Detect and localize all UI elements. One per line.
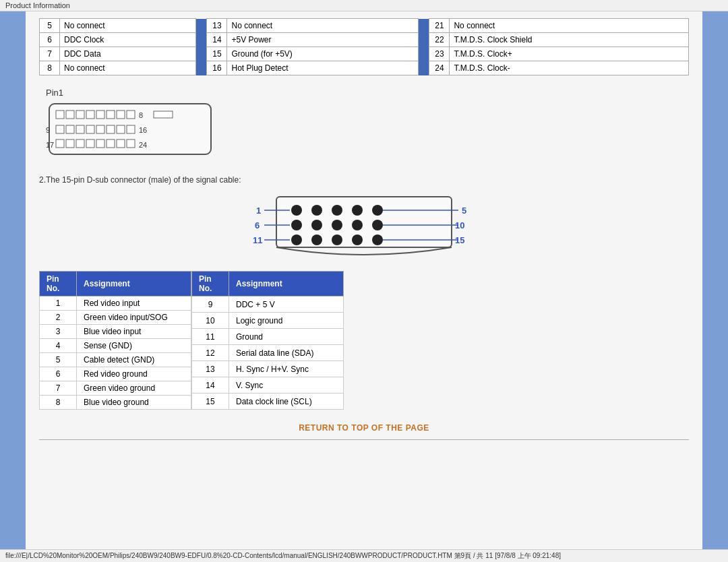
bottom-rule [39, 439, 689, 440]
svg-point-37 [352, 205, 363, 216]
svg-rect-7 [117, 111, 125, 119]
blue-divider [419, 33, 429, 47]
table-row: 24 [429, 61, 450, 75]
blue-divider [196, 19, 207, 33]
svg-point-54 [332, 235, 342, 245]
table-row: DDC Data [60, 47, 196, 61]
svg-rect-18 [117, 125, 125, 133]
dvi-connector-svg: 8 9 16 17 [46, 100, 228, 161]
vga-desc: 2.The 15-pin D-sub connector (male) of t… [39, 175, 689, 185]
table-row: 14 [192, 377, 229, 394]
svg-rect-1 [56, 111, 64, 119]
svg-rect-8 [127, 111, 135, 119]
table-row: Blue video input [77, 325, 191, 339]
table-row: No connect [450, 19, 689, 33]
svg-point-56 [372, 235, 383, 245]
svg-rect-14 [76, 125, 84, 133]
table-row: Data clock line (SCL) [229, 394, 344, 410]
svg-point-38 [372, 205, 383, 216]
svg-rect-15 [86, 125, 94, 133]
table-row: 6 [40, 367, 77, 381]
svg-text:15: 15 [455, 235, 464, 245]
table-row: Red video ground [77, 367, 191, 381]
svg-text:1: 1 [256, 206, 261, 216]
blue-divider [419, 47, 429, 61]
svg-rect-5 [96, 111, 104, 119]
main-layout: 5No connect13No connect21No connect6DDC … [0, 11, 728, 551]
status-bar-text: file:///E|/LCD%20Monitor%20OEM/Philips/2… [5, 552, 561, 559]
svg-point-52 [291, 235, 302, 245]
svg-rect-19 [127, 125, 135, 133]
svg-rect-13 [66, 125, 74, 133]
table-row: 7 [40, 381, 77, 396]
blue-divider [196, 33, 207, 47]
svg-rect-26 [96, 139, 104, 148]
svg-rect-2 [66, 111, 74, 119]
svg-text:6: 6 [255, 220, 260, 230]
table-row: T.M.D.S. Clock Shield [450, 33, 689, 47]
svg-rect-29 [127, 139, 135, 148]
svg-rect-22 [56, 139, 64, 148]
table-row: DDC + 5 V [229, 296, 344, 313]
pin-table-right-header-assign: Assignment [229, 272, 344, 296]
svg-rect-3 [76, 111, 84, 119]
table-row: 15 [207, 47, 227, 61]
left-sidebar [0, 11, 26, 551]
table-row: 21 [429, 19, 450, 33]
table-row: 3 [40, 325, 77, 339]
pin1-label: Pin1 [46, 88, 689, 98]
svg-rect-23 [66, 139, 74, 148]
svg-rect-25 [86, 139, 94, 148]
table-row: 9 [192, 296, 229, 313]
svg-rect-24 [76, 139, 84, 148]
table-row: 12 [192, 345, 229, 361]
svg-point-55 [352, 235, 363, 245]
table-row: No connect [60, 61, 196, 75]
table-row: H. Sync / H+V. Sync [229, 361, 344, 377]
svg-point-47 [372, 220, 383, 230]
svg-point-35 [311, 205, 322, 216]
table-row: 2 [40, 311, 77, 325]
svg-point-34 [291, 205, 302, 216]
table-row: 5 [40, 19, 60, 33]
right-sidebar [702, 11, 728, 551]
table-row: No connect [227, 19, 419, 33]
pin-table-right: Pin No. Assignment 9DDC + 5 V10Logic gro… [191, 271, 344, 410]
blue-divider [196, 47, 207, 61]
table-row: 8 [40, 396, 77, 410]
table-row: Red video input [77, 296, 191, 311]
status-bar: file:///E|/LCD%20Monitor%20OEM/Philips/2… [0, 549, 728, 562]
table-row: Ground [229, 329, 344, 345]
svg-text:5: 5 [462, 206, 466, 216]
svg-text:16: 16 [139, 126, 147, 134]
svg-rect-4 [86, 111, 94, 119]
table-row: 10 [192, 313, 229, 329]
svg-text:8: 8 [139, 111, 143, 119]
dvi-pin-diagram: Pin1 8 9 [46, 88, 689, 163]
table-row: Hot Plug Detect [227, 61, 419, 75]
vga-connector-svg: 1 5 6 [249, 191, 479, 259]
table-row: 5 [40, 353, 77, 367]
table-row: 6 [40, 33, 60, 47]
blue-divider [196, 61, 207, 75]
return-link-text[interactable]: RETURN TO TOP OF THE PAGE [299, 423, 429, 433]
svg-text:10: 10 [455, 220, 464, 230]
svg-rect-10 [154, 111, 173, 118]
svg-text:9: 9 [46, 126, 50, 134]
pin-table-left-header-assign: Assignment [77, 272, 191, 296]
top-bar: Product Information [0, 0, 728, 11]
table-row: Cable detect (GND) [77, 353, 191, 367]
svg-point-36 [332, 205, 342, 216]
table-row: T.M.D.S. Clock- [450, 61, 689, 75]
table-row: +5V Power [227, 33, 419, 47]
table-row: Serial data line (SDA) [229, 345, 344, 361]
return-link[interactable]: RETURN TO TOP OF THE PAGE [39, 423, 689, 433]
table-row: 23 [429, 47, 450, 61]
table-row: 7 [40, 47, 60, 61]
pin-table-right-header-num: Pin No. [192, 272, 229, 296]
svg-point-46 [352, 220, 363, 230]
svg-text:17: 17 [46, 141, 54, 149]
svg-point-53 [311, 235, 322, 245]
top-table: 5No connect13No connect21No connect6DDC … [39, 18, 689, 75]
table-row: 16 [207, 61, 227, 75]
